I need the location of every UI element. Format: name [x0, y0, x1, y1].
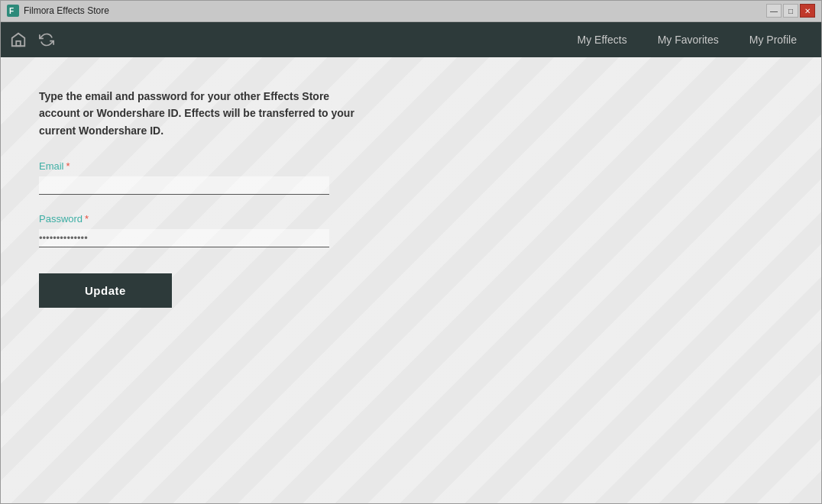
home-icon[interactable]	[10, 31, 27, 48]
app-icon: F	[7, 5, 19, 17]
nav-left	[10, 31, 562, 48]
svg-text:F: F	[9, 7, 14, 15]
svg-rect-2	[16, 41, 21, 46]
close-button[interactable]: ✕	[800, 4, 815, 18]
minimize-button[interactable]: —	[766, 4, 782, 18]
nav-right: My Effects My Favorites My Profile	[562, 22, 812, 57]
password-label: Password*	[39, 213, 360, 225]
nav-my-favorites[interactable]: My Favorites	[642, 22, 734, 57]
email-label: Email*	[39, 160, 360, 172]
title-bar: F Filmora Effects Store — □ ✕	[1, 1, 821, 22]
email-input[interactable]	[39, 176, 329, 195]
update-button[interactable]: Update	[39, 273, 172, 308]
nav-my-effects[interactable]: My Effects	[562, 22, 642, 57]
password-group: Password*	[39, 213, 360, 247]
maximize-button[interactable]: □	[783, 4, 798, 18]
password-input[interactable]	[39, 229, 329, 247]
window-title: Filmora Effects Store	[24, 5, 766, 16]
email-group: Email*	[39, 160, 360, 195]
app-window: F Filmora Effects Store — □ ✕	[0, 0, 822, 504]
nav-my-profile[interactable]: My Profile	[734, 22, 812, 57]
form-container: Type the email and password for your oth…	[1, 57, 398, 338]
window-controls: — □ ✕	[766, 4, 815, 18]
navbar: My Effects My Favorites My Profile	[1, 22, 821, 57]
instruction-text: Type the email and password for your oth…	[39, 88, 360, 139]
refresh-icon[interactable]	[39, 32, 54, 47]
main-content: Type the email and password for your oth…	[1, 57, 821, 503]
